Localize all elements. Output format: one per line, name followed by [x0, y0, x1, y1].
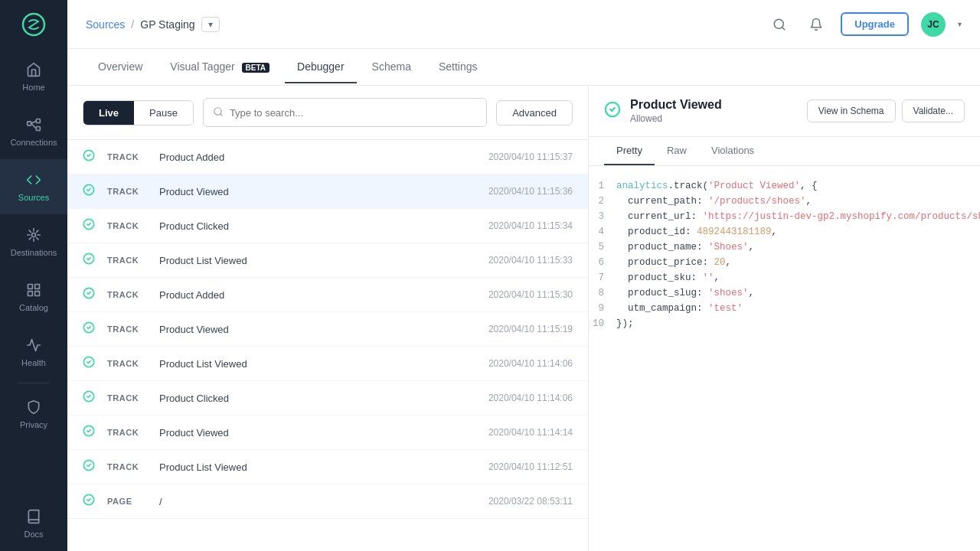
- avatar-dropdown-icon[interactable]: ▾: [958, 20, 962, 28]
- search-input[interactable]: [230, 107, 477, 119]
- notification-button[interactable]: [804, 12, 828, 37]
- event-row[interactable]: TRACK Product List Viewed 2020/04/10 11:…: [67, 243, 588, 278]
- pause-button[interactable]: Pause: [134, 101, 193, 125]
- sidebar-divider: [18, 383, 49, 383]
- event-time: 2020/04/10 11:15:37: [488, 152, 573, 162]
- event-row[interactable]: TRACK Product Viewed 2020/04/10 11:15:19: [67, 312, 588, 347]
- sidebar-item-sources[interactable]: Sources: [0, 159, 67, 214]
- code-line-10: 10 });: [589, 316, 980, 331]
- event-type: TRACK: [107, 428, 147, 437]
- tab-schema[interactable]: Schema: [360, 51, 423, 83]
- detail-title-block: Product Viewed Allowed: [630, 98, 798, 124]
- topbar: Sources / GP Staging ▾ Upgrade JC ▾: [67, 0, 980, 49]
- event-time: 2020/04/10 11:12:51: [488, 461, 573, 472]
- detail-actions: View in Schema Validate...: [807, 99, 965, 122]
- event-time: 2020/04/10 11:14:14: [488, 427, 573, 438]
- detail-status: Allowed: [630, 113, 798, 124]
- event-type: PAGE: [107, 497, 147, 506]
- tab-overview[interactable]: Overview: [86, 51, 155, 83]
- main-content: Sources / GP Staging ▾ Upgrade JC ▾ O: [67, 0, 980, 551]
- breadcrumb-separator: /: [131, 18, 134, 31]
- home-icon: [25, 61, 42, 78]
- sidebar-item-destinations[interactable]: Destinations: [0, 214, 67, 269]
- svg-line-5: [31, 123, 37, 129]
- check-icon: [83, 390, 95, 406]
- tab-settings[interactable]: Settings: [426, 51, 490, 83]
- tab-visual-tagger[interactable]: Visual Tagger BETA: [158, 51, 282, 83]
- event-name: Product Clicked: [159, 220, 476, 232]
- search-icon: [773, 18, 786, 31]
- sidebar: Home Connections Sources: [0, 0, 67, 551]
- topbar-actions: Upgrade JC ▾: [767, 12, 962, 37]
- sidebar-item-privacy-label: Privacy: [20, 420, 47, 429]
- view-in-schema-button[interactable]: View in Schema: [807, 99, 896, 122]
- sources-icon: [25, 171, 42, 188]
- check-icon: [83, 287, 95, 302]
- sidebar-item-connections[interactable]: Connections: [0, 104, 67, 159]
- sidebar-logo[interactable]: [0, 0, 67, 49]
- event-type: TRACK: [107, 462, 147, 471]
- live-button[interactable]: Live: [83, 101, 134, 125]
- event-name: Product Clicked: [159, 393, 476, 404]
- sidebar-item-home[interactable]: Home: [0, 49, 67, 104]
- detail-tab-pretty[interactable]: Pretty: [604, 137, 655, 165]
- breadcrumb-sources-link[interactable]: Sources: [86, 18, 125, 31]
- check-icon: [83, 149, 95, 165]
- event-time: 2020/04/10 11:15:34: [488, 220, 573, 231]
- search-button[interactable]: [767, 12, 792, 37]
- event-type: TRACK: [107, 256, 147, 265]
- event-time: 2020/04/10 11:14:06: [488, 358, 573, 369]
- content-area: Live Pause Advanced: [67, 86, 980, 551]
- avatar[interactable]: JC: [921, 12, 946, 37]
- debugger-toolbar: Live Pause Advanced: [67, 86, 588, 140]
- check-icon: [83, 218, 95, 233]
- event-row[interactable]: TRACK Product List Viewed 2020/04/10 11:…: [67, 347, 588, 381]
- event-row[interactable]: TRACK Product Clicked 2020/04/10 11:14:0…: [67, 381, 588, 416]
- check-icon: [83, 356, 95, 371]
- event-name: Product List Viewed: [159, 255, 476, 266]
- check-icon: [83, 321, 95, 337]
- svg-line-12: [782, 27, 785, 29]
- event-row[interactable]: TRACK Product Added 2020/04/10 11:15:30: [67, 278, 588, 312]
- event-row[interactable]: TRACK Product Added 2020/04/10 11:15:37: [67, 140, 588, 174]
- advanced-button[interactable]: Advanced: [496, 100, 573, 126]
- event-time: 2020/03/22 08:53:11: [488, 496, 573, 507]
- event-name: Product Viewed: [159, 427, 476, 439]
- sidebar-item-catalog[interactable]: Catalog: [0, 269, 67, 324]
- event-row[interactable]: TRACK Product Viewed 2020/04/10 11:14:14: [67, 416, 588, 450]
- sidebar-item-health[interactable]: Health: [0, 324, 67, 380]
- code-line-2: 2 current_path: '/products/shoes',: [589, 194, 980, 209]
- svg-rect-8: [35, 285, 40, 289]
- detail-tabs: Pretty Raw Violations: [589, 137, 980, 166]
- breadcrumb-current: GP Staging: [140, 18, 194, 31]
- svg-rect-7: [28, 285, 33, 289]
- svg-line-4: [31, 121, 37, 123]
- tab-debugger[interactable]: Debugger: [285, 51, 357, 83]
- detail-tab-raw[interactable]: Raw: [655, 137, 699, 165]
- validate-button[interactable]: Validate...: [902, 99, 965, 122]
- event-row[interactable]: TRACK Product Clicked 2020/04/10 11:15:3…: [67, 209, 588, 243]
- sidebar-item-catalog-label: Catalog: [19, 303, 48, 312]
- sidebar-item-home-label: Home: [22, 83, 44, 92]
- event-row[interactable]: TRACK Product Viewed 2020/04/10 11:15:36: [67, 174, 588, 209]
- privacy-icon: [25, 399, 42, 416]
- detail-tab-violations[interactable]: Violations: [699, 137, 766, 165]
- event-time: 2020/04/10 11:15:19: [488, 324, 573, 334]
- code-line-1: 1 analytics.track('Product Viewed', {: [589, 178, 980, 194]
- detail-check-icon: [604, 101, 621, 122]
- sidebar-item-docs-label: Docs: [24, 530, 43, 539]
- event-row[interactable]: TRACK Product List Viewed 2020/04/10 11:…: [67, 450, 588, 484]
- destinations-icon: [25, 227, 42, 243]
- sidebar-item-sources-label: Sources: [18, 193, 49, 202]
- catalog-icon: [25, 282, 42, 298]
- sidebar-item-privacy[interactable]: Privacy: [0, 386, 67, 442]
- event-type: TRACK: [107, 152, 147, 161]
- health-icon: [25, 337, 42, 354]
- event-name: Product List Viewed: [159, 461, 476, 473]
- subnav: Overview Visual Tagger BETA Debugger Sch…: [67, 49, 980, 86]
- sidebar-item-docs[interactable]: Docs: [0, 496, 67, 551]
- event-type: TRACK: [107, 221, 147, 230]
- upgrade-button[interactable]: Upgrade: [841, 12, 909, 36]
- staging-dropdown-button[interactable]: ▾: [201, 17, 220, 32]
- event-row[interactable]: PAGE / 2020/03/22 08:53:11: [67, 484, 588, 519]
